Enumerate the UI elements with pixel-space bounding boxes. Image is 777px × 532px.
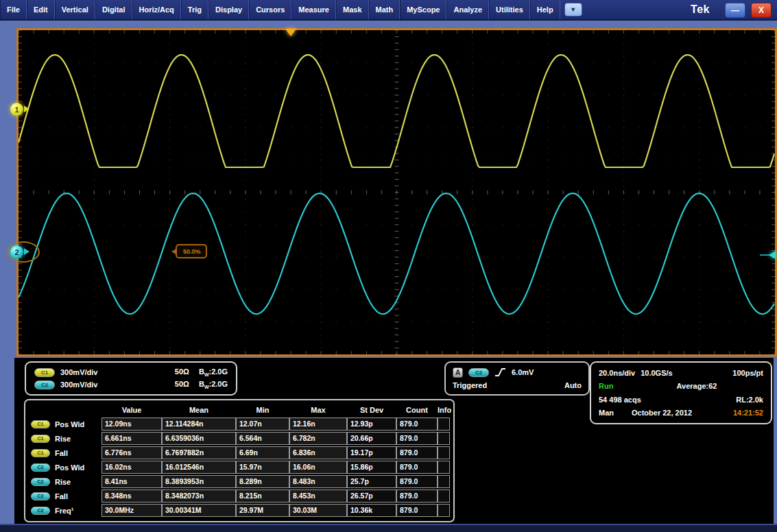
cell-value: 16.02ns	[101, 461, 162, 474]
acquisition-count: 54 498 acqs	[599, 396, 641, 404]
cell-value: 6.776ns	[101, 446, 162, 459]
rising-edge-icon	[494, 367, 506, 377]
cell-mean: 16.012546n	[162, 461, 236, 474]
trigger-source-row: A C2 6.0mV	[453, 367, 582, 378]
reference-level-tag[interactable]: 50.0%	[176, 244, 207, 258]
measurement-source-badge: C1	[31, 449, 50, 457]
table-row: C1 Pos Wid 12.09ns 12.114284n 12.07n 12.…	[29, 417, 450, 431]
cell-min: 8.215n	[236, 489, 289, 503]
clock-mode: Man	[599, 409, 614, 417]
menu-item[interactable]: Utilities	[489, 0, 530, 19]
col-header-count: Count	[396, 406, 438, 414]
menu-item[interactable]: Mask	[336, 0, 369, 19]
trigger-source-badge[interactable]: C2	[468, 368, 489, 377]
trigger-status: Triggered	[453, 381, 487, 389]
trigger-level-value: 6.0mV	[512, 368, 534, 376]
cell-count: 879.0	[396, 446, 438, 459]
cell-info	[438, 475, 450, 488]
cell-mean: 30.00341M	[162, 504, 236, 517]
cell-mean: 6.7697882n	[162, 446, 236, 459]
col-header-info: Info	[438, 406, 451, 414]
readout-panel: C1 300mV/div 50Ω BW:2.0G C2 300mV/div 50…	[14, 358, 774, 524]
ch1-marker-arrow-icon	[24, 106, 29, 112]
cell-count: 879.0	[396, 418, 438, 431]
cell-min: 6.69n	[236, 446, 289, 459]
ch2-impedance: 50Ω	[175, 380, 189, 389]
menu-bar: File Edit Vertical Digital Horiz/Acq Tri…	[0, 0, 777, 21]
ch2-badge[interactable]: C2	[34, 380, 55, 389]
col-header-mean: Mean	[162, 406, 236, 414]
time-display: 14:21:52	[733, 409, 763, 417]
run-status: Run	[599, 382, 630, 390]
trigger-position-marker[interactable]	[285, 29, 296, 36]
cell-info	[438, 446, 450, 459]
cell-max: 30.03M	[289, 504, 347, 517]
cell-info	[438, 461, 450, 474]
cell-info	[438, 489, 450, 503]
measurement-source-badge: C2	[31, 463, 50, 472]
cell-count: 879.0	[396, 461, 438, 474]
menu-item[interactable]: Horiz/Acq	[132, 0, 181, 19]
ch2-position-marker[interactable]: 2	[10, 245, 23, 258]
menu-item[interactable]: Edit	[27, 0, 55, 19]
menu-item[interactable]: File	[0, 0, 27, 19]
menu-item[interactable]: Analyze	[446, 0, 489, 19]
measurement-source-badge: C2	[31, 507, 50, 515]
cell-mean: 8.3482073n	[162, 489, 236, 503]
cell-count: 879.0	[396, 475, 438, 488]
col-header-stdev: St Dev	[347, 406, 396, 414]
cell-info	[438, 504, 450, 517]
menu-item[interactable]: Vertical	[55, 0, 95, 19]
trigger-readout-box[interactable]: A C2 6.0mV Triggered Auto	[444, 361, 590, 396]
measurement-rows: C1 Pos Wid 12.09ns 12.114284n 12.07n 12.…	[29, 417, 450, 518]
menu-item[interactable]: Display	[208, 0, 249, 19]
menu-item[interactable]: Trig	[181, 0, 208, 19]
cell-max: 16.06n	[289, 461, 347, 474]
minimize-button[interactable]: —	[725, 3, 745, 18]
measurement-source-badge: C2	[31, 492, 50, 500]
ch2-bandwidth: BW:2.0G	[199, 380, 228, 389]
menu-item[interactable]: Measure	[291, 0, 336, 19]
cell-value: 12.09ns	[101, 418, 162, 431]
table-row: C1 Rise 6.661ns 6.6359036n 6.564n 6.782n…	[29, 431, 450, 446]
cell-mean: 6.6359036n	[162, 432, 236, 445]
menu-item[interactable]: Cursors	[249, 0, 291, 19]
cell-stdev: 26.57p	[347, 489, 396, 503]
channel-settings-box[interactable]: C1 300mV/div 50Ω BW:2.0G C2 300mV/div 50…	[25, 361, 237, 396]
cell-max: 8.483n	[289, 475, 347, 488]
table-row: C2 Rise 8.41ns 8.3893953n 8.289n 8.483n …	[29, 474, 450, 489]
close-button[interactable]: X	[751, 3, 772, 18]
ch1-badge[interactable]: C1	[34, 368, 55, 377]
date-display: October 22, 2012	[632, 409, 692, 417]
cell-info	[438, 432, 450, 445]
measurement-name: Fall	[55, 492, 68, 500]
ch1-impedance: 50Ω	[175, 367, 189, 377]
menu-overflow-button[interactable]: ▼	[564, 3, 582, 16]
measurement-source-badge: C1	[31, 420, 50, 428]
bottom-window-strip	[0, 524, 777, 532]
menu-item[interactable]: MyScope	[400, 0, 446, 19]
menu-items: File Edit Vertical Digital Horiz/Acq Tri…	[0, 0, 560, 19]
ch1-trace	[19, 55, 774, 167]
cell-stdev: 20.66p	[347, 432, 396, 445]
measurement-name: Rise	[55, 478, 71, 486]
menu-item[interactable]: Math	[369, 0, 401, 19]
chevron-down-icon: ▼	[570, 6, 576, 13]
ch1-settings-row[interactable]: C1 300mV/div 50Ω BW:2.0G	[34, 367, 228, 377]
cell-min: 8.289n	[236, 475, 289, 488]
measurement-name: Rise	[55, 435, 71, 443]
menu-item[interactable]: Digital	[95, 0, 132, 19]
col-header-max: Max	[289, 406, 347, 414]
ch1-bandwidth: BW:2.0G	[199, 367, 228, 377]
cell-value: 8.348ns	[101, 489, 162, 503]
ch1-position-marker[interactable]: 1	[10, 103, 23, 116]
table-row: C1 Fall 6.776ns 6.7697882n 6.69n 6.836n …	[29, 446, 450, 460]
menu-item[interactable]: Help	[530, 0, 560, 19]
cell-stdev: 10.36k	[347, 504, 396, 517]
trigger-level-marker[interactable]	[769, 251, 776, 259]
measurement-name: Freq¹	[55, 507, 74, 515]
ch2-settings-row[interactable]: C2 300mV/div 50Ω BW:2.0G	[34, 380, 228, 389]
trigger-mode[interactable]: Auto	[564, 381, 582, 389]
cell-max: 12.16n	[289, 418, 347, 431]
horizontal-readout-box[interactable]: 20.0ns/div 10.0GS/s 100ps/pt Run Average…	[590, 361, 772, 424]
